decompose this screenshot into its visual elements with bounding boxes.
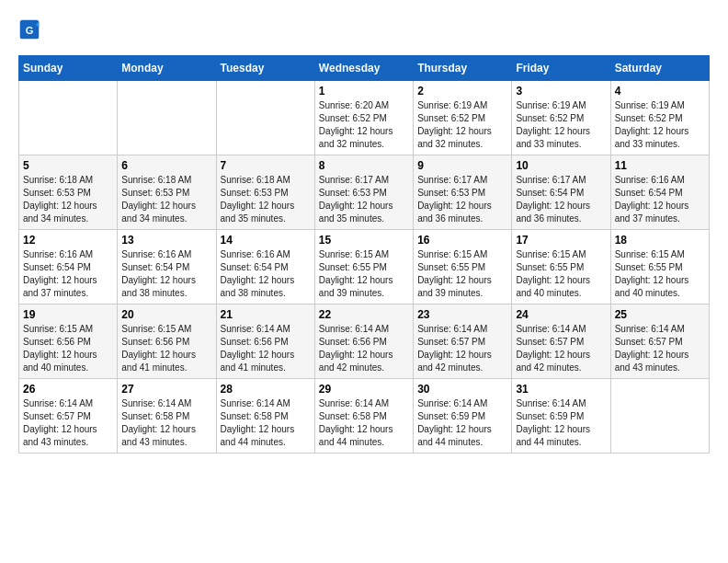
logo-icon: G [18,18,40,40]
calendar-cell [216,81,314,155]
day-number: 23 [417,308,507,321]
day-detail: Sunrise: 6:20 AM Sunset: 6:52 PM Dayligh… [319,99,409,151]
calendar-cell [118,81,216,155]
day-number: 18 [615,234,705,247]
calendar-cell: 2Sunrise: 6:19 AM Sunset: 6:52 PM Daylig… [414,81,512,155]
calendar-cell: 13Sunrise: 6:16 AM Sunset: 6:54 PM Dayli… [118,230,216,304]
weekday-header-saturday: Saturday [610,56,709,81]
day-detail: Sunrise: 6:16 AM Sunset: 6:54 PM Dayligh… [23,248,113,300]
calendar-cell: 4Sunrise: 6:19 AM Sunset: 6:52 PM Daylig… [610,81,709,155]
page-header: G [18,18,710,40]
day-detail: Sunrise: 6:15 AM Sunset: 6:56 PM Dayligh… [23,323,113,374]
weekday-header-thursday: Thursday [414,56,512,81]
day-detail: Sunrise: 6:14 AM Sunset: 6:56 PM Dayligh… [319,323,409,374]
calendar-cell [610,379,709,454]
day-detail: Sunrise: 6:16 AM Sunset: 6:54 PM Dayligh… [221,248,311,300]
day-number: 1 [319,85,409,98]
weekday-header-friday: Friday [512,56,610,81]
calendar-cell: 25Sunrise: 6:14 AM Sunset: 6:57 PM Dayli… [610,304,709,379]
calendar-cell: 29Sunrise: 6:14 AM Sunset: 6:58 PM Dayli… [314,379,413,454]
day-detail: Sunrise: 6:14 AM Sunset: 6:59 PM Dayligh… [417,397,507,449]
day-number: 25 [615,308,705,321]
day-number: 31 [516,383,606,396]
day-number: 11 [615,159,705,172]
day-detail: Sunrise: 6:14 AM Sunset: 6:58 PM Dayligh… [221,397,311,449]
day-number: 28 [221,383,311,396]
calendar-cell: 10Sunrise: 6:17 AM Sunset: 6:54 PM Dayli… [512,155,610,230]
day-detail: Sunrise: 6:17 AM Sunset: 6:53 PM Dayligh… [319,174,409,225]
calendar-cell: 18Sunrise: 6:15 AM Sunset: 6:55 PM Dayli… [610,230,709,304]
calendar-table: SundayMondayTuesdayWednesdayThursdayFrid… [18,55,710,454]
calendar-cell: 21Sunrise: 6:14 AM Sunset: 6:56 PM Dayli… [216,304,314,379]
weekday-header-monday: Monday [118,56,216,81]
day-detail: Sunrise: 6:15 AM Sunset: 6:55 PM Dayligh… [615,248,705,300]
day-detail: Sunrise: 6:16 AM Sunset: 6:54 PM Dayligh… [121,248,211,300]
calendar-cell: 8Sunrise: 6:17 AM Sunset: 6:53 PM Daylig… [314,155,413,230]
day-detail: Sunrise: 6:17 AM Sunset: 6:54 PM Dayligh… [516,174,606,225]
calendar-cell: 20Sunrise: 6:15 AM Sunset: 6:56 PM Dayli… [118,304,216,379]
calendar-cell: 19Sunrise: 6:15 AM Sunset: 6:56 PM Dayli… [19,304,118,379]
day-number: 19 [23,308,113,321]
day-number: 7 [221,159,311,172]
day-detail: Sunrise: 6:19 AM Sunset: 6:52 PM Dayligh… [615,99,705,151]
calendar-cell: 1Sunrise: 6:20 AM Sunset: 6:52 PM Daylig… [314,81,413,155]
calendar-cell: 3Sunrise: 6:19 AM Sunset: 6:52 PM Daylig… [512,81,610,155]
day-detail: Sunrise: 6:14 AM Sunset: 6:58 PM Dayligh… [319,397,409,449]
day-detail: Sunrise: 6:14 AM Sunset: 6:56 PM Dayligh… [221,323,311,374]
logo: G [18,18,44,40]
day-number: 13 [121,234,211,247]
day-number: 9 [417,159,507,172]
day-number: 14 [221,234,311,247]
day-number: 3 [516,85,606,98]
day-detail: Sunrise: 6:14 AM Sunset: 6:57 PM Dayligh… [516,323,606,374]
day-number: 20 [121,308,211,321]
calendar-cell: 30Sunrise: 6:14 AM Sunset: 6:59 PM Dayli… [414,379,512,454]
weekday-header-tuesday: Tuesday [216,56,314,81]
day-number: 30 [417,383,507,396]
calendar-cell: 27Sunrise: 6:14 AM Sunset: 6:58 PM Dayli… [118,379,216,454]
calendar-cell: 5Sunrise: 6:18 AM Sunset: 6:53 PM Daylig… [19,155,118,230]
day-detail: Sunrise: 6:15 AM Sunset: 6:55 PM Dayligh… [319,248,409,300]
day-detail: Sunrise: 6:18 AM Sunset: 6:53 PM Dayligh… [121,174,211,225]
day-number: 26 [23,383,113,396]
day-detail: Sunrise: 6:19 AM Sunset: 6:52 PM Dayligh… [417,99,507,151]
day-number: 8 [319,159,409,172]
day-detail: Sunrise: 6:15 AM Sunset: 6:55 PM Dayligh… [516,248,606,300]
day-number: 4 [615,85,705,98]
day-number: 21 [221,308,311,321]
calendar-cell: 14Sunrise: 6:16 AM Sunset: 6:54 PM Dayli… [216,230,314,304]
day-number: 29 [319,383,409,396]
calendar-cell: 15Sunrise: 6:15 AM Sunset: 6:55 PM Dayli… [314,230,413,304]
calendar-header-row: SundayMondayTuesdayWednesdayThursdayFrid… [19,56,710,81]
day-detail: Sunrise: 6:14 AM Sunset: 6:57 PM Dayligh… [615,323,705,374]
day-detail: Sunrise: 6:18 AM Sunset: 6:53 PM Dayligh… [23,174,113,225]
day-detail: Sunrise: 6:14 AM Sunset: 6:59 PM Dayligh… [516,397,606,449]
calendar-cell: 12Sunrise: 6:16 AM Sunset: 6:54 PM Dayli… [19,230,118,304]
day-number: 27 [121,383,211,396]
calendar-cell: 6Sunrise: 6:18 AM Sunset: 6:53 PM Daylig… [118,155,216,230]
day-number: 16 [417,234,507,247]
day-number: 17 [516,234,606,247]
day-detail: Sunrise: 6:16 AM Sunset: 6:54 PM Dayligh… [615,174,705,225]
day-detail: Sunrise: 6:14 AM Sunset: 6:58 PM Dayligh… [121,397,211,449]
day-number: 6 [121,159,211,172]
calendar-week-row: 19Sunrise: 6:15 AM Sunset: 6:56 PM Dayli… [19,304,710,379]
day-number: 10 [516,159,606,172]
calendar-cell: 11Sunrise: 6:16 AM Sunset: 6:54 PM Dayli… [610,155,709,230]
day-number: 12 [23,234,113,247]
day-number: 5 [23,159,113,172]
day-detail: Sunrise: 6:17 AM Sunset: 6:53 PM Dayligh… [417,174,507,225]
calendar-cell: 23Sunrise: 6:14 AM Sunset: 6:57 PM Dayli… [414,304,512,379]
day-detail: Sunrise: 6:14 AM Sunset: 6:57 PM Dayligh… [417,323,507,374]
calendar-week-row: 26Sunrise: 6:14 AM Sunset: 6:57 PM Dayli… [19,379,710,454]
day-detail: Sunrise: 6:15 AM Sunset: 6:55 PM Dayligh… [417,248,507,300]
calendar-cell: 16Sunrise: 6:15 AM Sunset: 6:55 PM Dayli… [414,230,512,304]
svg-text:G: G [26,25,34,36]
day-detail: Sunrise: 6:15 AM Sunset: 6:56 PM Dayligh… [121,323,211,374]
day-number: 24 [516,308,606,321]
calendar-week-row: 5Sunrise: 6:18 AM Sunset: 6:53 PM Daylig… [19,155,710,230]
calendar-cell: 17Sunrise: 6:15 AM Sunset: 6:55 PM Dayli… [512,230,610,304]
calendar-cell: 9Sunrise: 6:17 AM Sunset: 6:53 PM Daylig… [414,155,512,230]
calendar-cell: 31Sunrise: 6:14 AM Sunset: 6:59 PM Dayli… [512,379,610,454]
calendar-cell: 24Sunrise: 6:14 AM Sunset: 6:57 PM Dayli… [512,304,610,379]
